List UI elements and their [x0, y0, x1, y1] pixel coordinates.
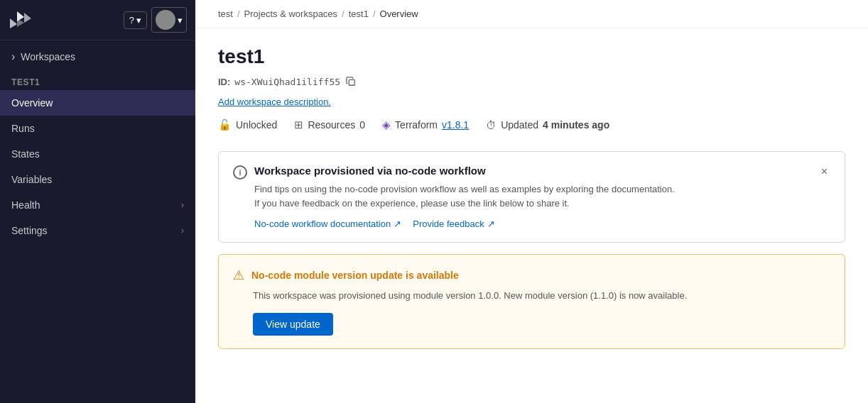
copy-id-button[interactable] — [345, 75, 357, 88]
settings-label: Settings — [11, 225, 48, 236]
info-card-content: Workspace provisioned via no-code workfl… — [254, 165, 675, 210]
svg-marker-3 — [17, 18, 24, 27]
info-card-body: Find tips on using the no-code provision… — [254, 182, 675, 210]
user-menu-button[interactable]: ▾ — [151, 7, 187, 33]
resources-count: 0 — [359, 119, 365, 131]
states-label: States — [11, 148, 40, 160]
unlock-icon: 🔓 — [218, 118, 232, 131]
breadcrumb-projects[interactable]: Projects & workspaces — [244, 9, 338, 19]
header-controls: ? ▾ ▾ — [124, 7, 187, 33]
sidebar-item-settings[interactable]: Settings › — [0, 218, 195, 243]
sidebar: ? ▾ ▾ › Workspaces test1 Overview Runs S… — [0, 0, 195, 403]
id-label: ID: — [218, 77, 230, 87]
expand-icon: › — [11, 50, 15, 63]
help-icon: ? — [129, 15, 134, 26]
unlocked-label: Unlocked — [236, 119, 277, 131]
breadcrumb-workspace[interactable]: test1 — [349, 9, 369, 19]
avatar — [156, 10, 175, 30]
meta-terraform: ◈ Terraform v1.8.1 — [382, 118, 469, 131]
updated-value: 4 minutes ago — [543, 119, 609, 131]
view-update-button[interactable]: View update — [253, 313, 333, 336]
settings-chevron-icon: › — [181, 226, 184, 236]
terraform-icon: ◈ — [382, 118, 391, 131]
sidebar-item-overview[interactable]: Overview — [0, 90, 195, 116]
resources-label: Resources — [308, 119, 355, 131]
terraform-version[interactable]: v1.8.1 — [442, 119, 469, 131]
chevron-down-icon: ▾ — [136, 15, 141, 26]
terraform-label: Terraform — [395, 119, 438, 131]
workspaces-nav-item[interactable]: › Workspaces — [0, 40, 195, 69]
warning-card: ⚠ No-code module version update is avail… — [218, 254, 845, 349]
sidebar-item-variables[interactable]: Variables — [0, 167, 195, 192]
health-label: Health — [11, 199, 40, 211]
warning-body: This workspace was provisioned using mod… — [253, 289, 830, 303]
current-workspace-label: test1 — [0, 69, 195, 90]
page-title: test1 — [218, 45, 845, 68]
info-links: No-code workflow documentation ↗ Provide… — [254, 219, 830, 229]
main-content: test / Projects & workspaces / test1 / O… — [195, 0, 868, 403]
clock-icon: ⏱ — [486, 119, 497, 131]
sidebar-nav: Overview Runs States Variables Health › … — [0, 90, 195, 403]
breadcrumb: test / Projects & workspaces / test1 / O… — [195, 0, 868, 28]
external-icon-1: ↗ — [394, 219, 401, 229]
info-card-title-row: i Workspace provisioned via no-code work… — [233, 165, 675, 210]
sidebar-logo — [9, 9, 31, 31]
svg-rect-4 — [349, 79, 354, 85]
breadcrumb-current: Overview — [380, 9, 418, 19]
sidebar-item-health[interactable]: Health › — [0, 192, 195, 218]
info-card-title: Workspace provisioned via no-code workfl… — [254, 165, 675, 177]
no-code-doc-link[interactable]: No-code workflow documentation ↗ — [254, 219, 401, 229]
sidebar-item-states[interactable]: States — [0, 141, 195, 167]
close-info-card-button[interactable]: × — [818, 165, 830, 179]
warning-header: ⚠ No-code module version update is avail… — [233, 267, 830, 283]
info-icon: i — [233, 165, 247, 180]
id-value: ws-XWuiQhad1iliff55 — [234, 77, 340, 87]
help-button[interactable]: ? ▾ — [124, 11, 147, 29]
breadcrumb-test[interactable]: test — [218, 9, 233, 19]
sidebar-header: ? ▾ ▾ — [0, 0, 195, 40]
svg-marker-2 — [10, 18, 17, 28]
workspace-id-row: ID: ws-XWuiQhad1iliff55 — [218, 75, 845, 88]
variables-label: Variables — [11, 174, 52, 185]
updated-label: Updated — [501, 119, 538, 131]
sidebar-item-runs[interactable]: Runs — [0, 116, 195, 141]
terraform-logo-icon — [9, 9, 31, 31]
warning-title: No-code module version update is availab… — [251, 270, 459, 281]
meta-unlocked: 🔓 Unlocked — [218, 118, 277, 131]
external-icon-2: ↗ — [487, 219, 495, 229]
workspace-meta: 🔓 Unlocked ⊞ Resources 0 ◈ Terraform v1.… — [218, 118, 845, 131]
user-chevron-icon: ▾ — [178, 15, 183, 26]
overview-label: Overview — [11, 97, 53, 109]
provide-feedback-link[interactable]: Provide feedback ↗ — [413, 219, 494, 229]
info-card-header: i Workspace provisioned via no-code work… — [233, 165, 830, 210]
close-icon: × — [821, 165, 828, 177]
add-description-link[interactable]: Add workspace description. — [218, 96, 331, 107]
svg-marker-1 — [24, 13, 31, 23]
page-body: test1 ID: ws-XWuiQhad1iliff55 Add worksp… — [195, 28, 868, 366]
info-card: i Workspace provisioned via no-code work… — [218, 151, 845, 243]
health-chevron-icon: › — [181, 200, 184, 210]
warning-triangle-icon: ⚠ — [233, 267, 244, 283]
copy-icon — [346, 77, 356, 87]
resources-icon: ⊞ — [294, 118, 303, 131]
meta-resources: ⊞ Resources 0 — [294, 118, 365, 131]
meta-updated: ⏱ Updated 4 minutes ago — [486, 119, 609, 131]
workspaces-label: Workspaces — [21, 51, 75, 62]
runs-label: Runs — [11, 123, 35, 134]
